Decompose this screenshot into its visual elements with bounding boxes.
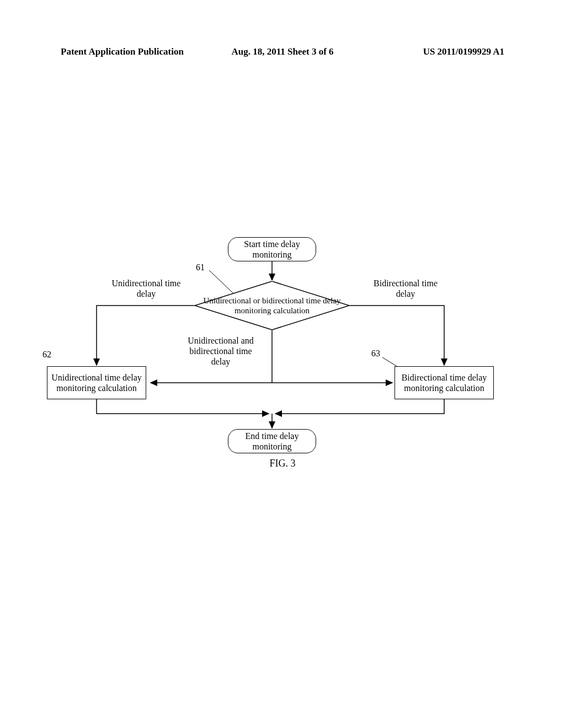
ref-num-62: 62 <box>42 349 51 360</box>
process-right-text: Bidirectional time delay monitoring calc… <box>398 372 490 393</box>
start-terminator: Start time delay monitoring <box>228 237 316 261</box>
end-terminator: End time delay monitoring <box>228 429 316 453</box>
process-left: Unidirectional time delay monitoring cal… <box>47 366 146 399</box>
ref-num-61: 61 <box>196 262 205 272</box>
decision-node: Unidirectional or bidirectional time del… <box>195 281 349 330</box>
flowchart-diagram: Start time delay monitoring Unidirection… <box>69 237 499 469</box>
header-center: Aug. 18, 2011 Sheet 3 of 6 <box>209 46 356 57</box>
header-left: Patent Application Publication <box>61 46 209 57</box>
process-right: Bidirectional time delay monitoring calc… <box>395 366 494 399</box>
branch-label-middle: Unidirectional and bidirectional time de… <box>179 335 262 367</box>
end-text: End time delay monitoring <box>233 431 311 452</box>
branch-label-right: Bidirectional time delay <box>367 278 444 299</box>
branch-label-left: Unidirectional time delay <box>108 278 185 299</box>
page-header: Patent Application Publication Aug. 18, … <box>61 46 504 57</box>
ref-num-63: 63 <box>371 348 380 358</box>
figure-caption: FIG. 3 <box>0 458 565 469</box>
decision-text: Unidirectional or bidirectional time del… <box>202 296 342 315</box>
start-text: Start time delay monitoring <box>233 239 311 260</box>
header-right: US 2011/0199929 A1 <box>356 46 504 57</box>
process-left-text: Unidirectional time delay monitoring cal… <box>51 372 142 393</box>
